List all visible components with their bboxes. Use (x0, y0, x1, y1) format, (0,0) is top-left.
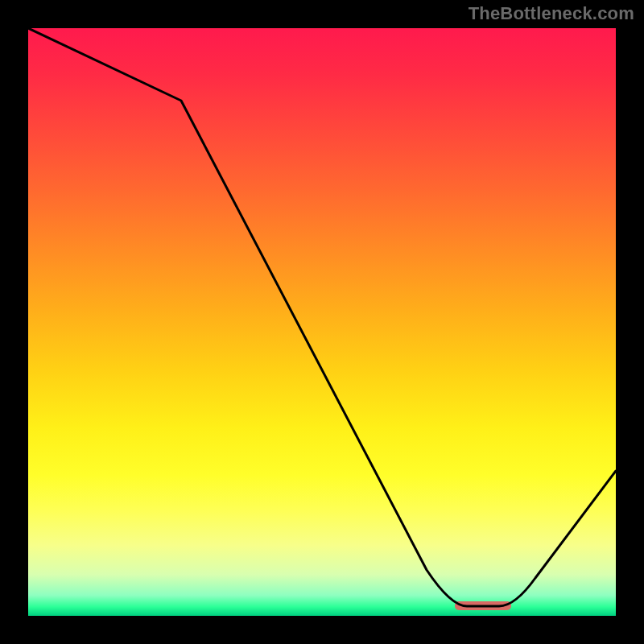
curve-path (28, 28, 616, 606)
bottleneck-curve (28, 28, 616, 616)
chart-frame: TheBottleneck.com (0, 0, 644, 644)
watermark-text: TheBottleneck.com (469, 3, 634, 24)
plot-area (28, 28, 616, 616)
